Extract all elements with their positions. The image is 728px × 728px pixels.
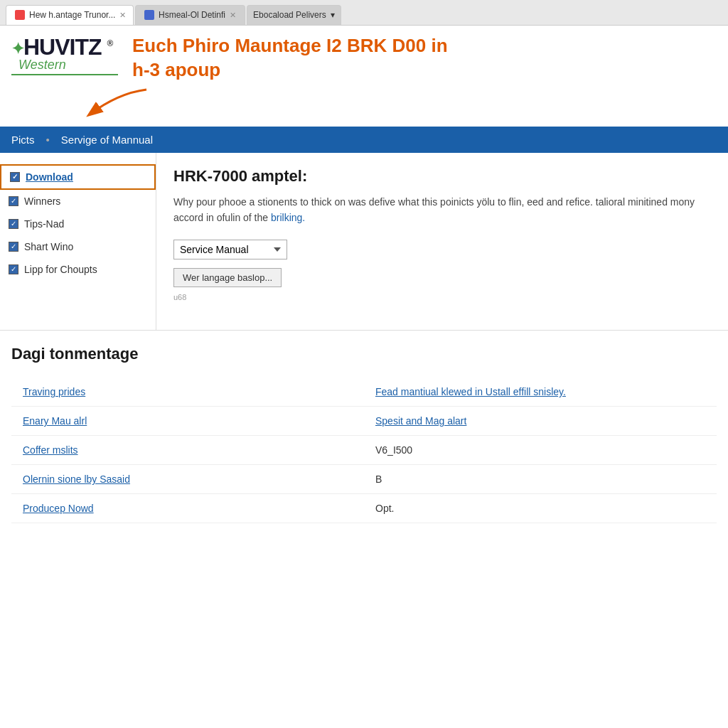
nav-bar: Picts • Servige of Mannual bbox=[0, 127, 728, 153]
document-type-dropdown[interactable]: Service Manual User Manual Parts List bbox=[173, 240, 287, 259]
sidebar-label-short: Shart Wino bbox=[24, 241, 73, 252]
header-title-area: Euch Phiro Mauntage I2 BRK D00 in h-3 ap… bbox=[132, 34, 717, 118]
tab-dropdown[interactable]: Ebocaload Pelivers ▾ bbox=[247, 5, 341, 25]
nav-item-service[interactable]: Servige of Mannual bbox=[61, 134, 153, 146]
checkbox-lipp bbox=[9, 264, 18, 274]
sidebar-item-download[interactable]: Download bbox=[0, 164, 156, 190]
checkbox-winners bbox=[9, 196, 18, 206]
checkbox-download bbox=[10, 172, 20, 182]
link-producep[interactable]: Producep Nowd bbox=[23, 503, 94, 514]
value-b: B bbox=[375, 473, 382, 485]
sidebar-label-lipp: Lipp for Choupts bbox=[24, 264, 97, 275]
nav-item-picts[interactable]: Picts bbox=[11, 134, 35, 146]
section-title: Dagi tonmentage bbox=[11, 345, 717, 363]
sidebar-item-short[interactable]: Shart Wino bbox=[0, 235, 156, 258]
sidebar-item-tips[interactable]: Tips-Nad bbox=[0, 213, 156, 235]
link-enary[interactable]: Enary Mau alrl bbox=[23, 415, 87, 427]
logo-star: ✦ bbox=[11, 40, 23, 58]
link-cell-row0-left: Traving prides bbox=[11, 378, 364, 407]
arrow-container bbox=[132, 82, 717, 118]
link-cell-row2-left: Coffer mslits bbox=[11, 436, 364, 465]
link-cell-row4-left: Producep Nowd bbox=[11, 494, 364, 523]
sidebar-label-winners: Winners bbox=[24, 196, 60, 207]
link-cell-row3-left: Olernin sione lby Sasaid bbox=[11, 465, 364, 494]
link-traving[interactable]: Traving prides bbox=[23, 386, 85, 397]
sidebar-label-download: Download bbox=[26, 171, 73, 183]
tab-1[interactable]: Hew h.antage Trunor... ✕ bbox=[6, 5, 134, 25]
content-description: Why pour phooe a stionents to thick on w… bbox=[173, 194, 711, 226]
sidebar-item-lipp[interactable]: Lipp for Choupts bbox=[0, 258, 156, 281]
logo-area: ✦HUVITZ ® Western bbox=[11, 34, 118, 75]
content-link[interactable]: brilking. bbox=[271, 212, 305, 223]
sidebar: Download Winners Tips-Nad Shart Wino Lip… bbox=[0, 153, 156, 331]
link-fead[interactable]: Fead mantiual klewed in Ustall effill sn… bbox=[375, 386, 566, 397]
logo-brand: ✦HUVITZ ® bbox=[11, 34, 118, 60]
link-cell-row4-right: Opt. bbox=[364, 494, 717, 523]
link-cell-row1-right: Spesit and Mag alart bbox=[364, 407, 717, 436]
bottom-section: Dagi tonmentage Traving prides Fead mant… bbox=[0, 330, 728, 537]
link-spesit[interactable]: Spesit and Mag alart bbox=[375, 415, 466, 427]
checkbox-short bbox=[9, 242, 18, 252]
tab-label-3: Ebocaload Pelivers bbox=[253, 10, 326, 20]
logo-registered: ® bbox=[107, 38, 112, 48]
links-grid: Traving prides Fead mantiual klewed in U… bbox=[11, 378, 717, 523]
language-button-row: Wer langage baslop... bbox=[173, 268, 711, 287]
link-cell-row1-left: Enary Mau alrl bbox=[11, 407, 364, 436]
link-cell-row0-right: Fead mantiual klewed in Ustall effill sn… bbox=[364, 378, 717, 407]
value-v6: V6_I500 bbox=[375, 444, 412, 456]
sidebar-label-tips: Tips-Nad bbox=[24, 218, 64, 230]
page-header: ✦HUVITZ ® Western Euch Phiro Mauntage I2… bbox=[0, 26, 728, 127]
main-content: Download Winners Tips-Nad Shart Wino Lip… bbox=[0, 153, 728, 331]
browser-tabs: Hew h.antage Trunor... ✕ Hsmeal-Ol Detin… bbox=[0, 0, 728, 26]
value-opt: Opt. bbox=[375, 503, 394, 514]
content-area: HRK-7000 amptel: Why pour phooe a stione… bbox=[156, 153, 728, 331]
tab-label-1: Hew h.antage Trunor... bbox=[29, 10, 115, 20]
sidebar-item-winners[interactable]: Winners bbox=[0, 190, 156, 213]
language-button[interactable]: Wer langage baslop... bbox=[173, 268, 282, 287]
page-info: u68 bbox=[173, 293, 711, 301]
dropdown-row: Service Manual User Manual Parts List bbox=[173, 240, 711, 259]
logo-underline bbox=[11, 74, 118, 75]
content-title: HRK-7000 amptel: bbox=[173, 167, 711, 186]
checkbox-tips bbox=[9, 219, 18, 229]
tab-2[interactable]: Hsmeal-Ol Detinfi ✕ bbox=[135, 5, 245, 25]
main-title: Euch Phiro Mauntage I2 BRK D00 in h-3 ap… bbox=[132, 34, 717, 82]
link-olernin[interactable]: Olernin sione lby Sasaid bbox=[23, 473, 130, 485]
annotation-arrow bbox=[75, 86, 161, 122]
tab-icon-1 bbox=[15, 10, 25, 20]
link-cell-row2-right: V6_I500 bbox=[364, 436, 717, 465]
tab-close-1[interactable]: ✕ bbox=[119, 11, 126, 20]
tab-close-2[interactable]: ✕ bbox=[230, 11, 236, 20]
tab-icon-2 bbox=[144, 10, 154, 20]
nav-dot: • bbox=[46, 134, 50, 146]
tab-label-2: Hsmeal-Ol Detinfi bbox=[159, 10, 225, 20]
link-coffer[interactable]: Coffer mslits bbox=[23, 444, 78, 456]
link-cell-row3-right: B bbox=[364, 465, 717, 494]
tab-dropdown-arrow: ▾ bbox=[331, 10, 335, 20]
